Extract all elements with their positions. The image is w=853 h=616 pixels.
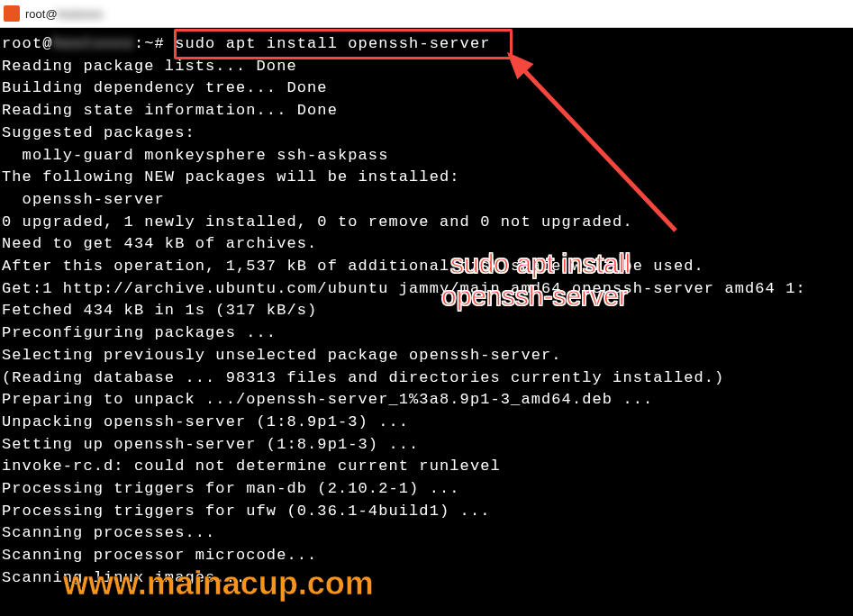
output-line: Scanning processes... bbox=[2, 524, 215, 541]
output-line: Scanning linux images... bbox=[2, 569, 246, 586]
output-line: Fetched 434 kB in 1s (317 kB/s) bbox=[2, 302, 317, 319]
output-line: Selecting previously unselected package … bbox=[2, 347, 562, 364]
output-line: Suggested packages: bbox=[2, 124, 195, 141]
output-line: Reading state information... Done bbox=[2, 102, 338, 119]
output-line: Processing triggers for man-db (2.10.2-1… bbox=[2, 480, 460, 497]
output-line: invoke-rc.d: could not determine current… bbox=[2, 457, 501, 475]
output-line: openssh-server bbox=[2, 191, 165, 208]
window-title-host-blurred: hostxxxx bbox=[58, 7, 104, 21]
prompt-host-blurred: hostxxxx bbox=[53, 33, 134, 56]
ubuntu-icon bbox=[4, 5, 20, 22]
output-line: Scanning processor microcode... bbox=[2, 547, 317, 564]
output-line: Reading package lists... Done bbox=[2, 58, 297, 75]
prompt-user: root@ bbox=[2, 35, 53, 52]
output-line: Building dependency tree... Done bbox=[2, 79, 328, 96]
output-line: Preparing to unpack .../openssh-server_1… bbox=[2, 391, 653, 408]
output-line: Preconfiguring packages ... bbox=[2, 324, 277, 341]
output-line: Processing triggers for ufw (0.36.1-4bui… bbox=[2, 503, 490, 520]
output-line: molly-guard monkeysphere ssh-askpass bbox=[2, 147, 388, 164]
output-line: The following NEW packages will be insta… bbox=[2, 168, 460, 186]
window-titlebar: root@ hostxxxx bbox=[0, 0, 853, 28]
output-line: Unpacking openssh-server (1:8.9p1-3) ... bbox=[2, 413, 409, 430]
terminal-output[interactable]: root@hostxxxx:~# sudo apt install openss… bbox=[0, 28, 853, 616]
output-line: (Reading database ... 98313 files and di… bbox=[2, 369, 724, 386]
output-line: Setting up openssh-server (1:8.9p1-3) ..… bbox=[2, 436, 419, 453]
output-line: Need to get 434 kB of archives. bbox=[2, 235, 317, 252]
output-line: Get:1 http://archive.ubuntu.com/ubuntu j… bbox=[2, 280, 806, 297]
prompt-suffix: :~# bbox=[134, 35, 165, 52]
output-line: After this operation, 1,537 kB of additi… bbox=[2, 258, 704, 275]
command-text: sudo apt install openssh-server bbox=[175, 35, 490, 52]
window-title: root@ bbox=[25, 7, 58, 21]
output-line: 0 upgraded, 1 newly installed, 0 to remo… bbox=[2, 213, 633, 231]
